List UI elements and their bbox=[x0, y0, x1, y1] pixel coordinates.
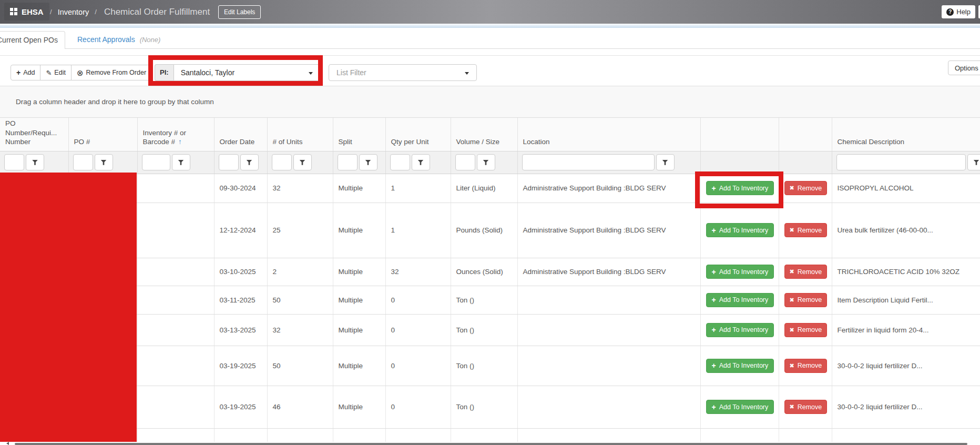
options-button[interactable]: Options bbox=[948, 60, 980, 75]
filter-menu-button[interactable] bbox=[359, 154, 377, 170]
plus-icon: + bbox=[712, 296, 716, 304]
cell-order-date: 03-19-2025 bbox=[214, 386, 267, 428]
add-to-inventory-button[interactable]: +Add To Inventory bbox=[706, 223, 774, 237]
list-filter-dropdown[interactable]: List Filter bbox=[329, 64, 477, 81]
filter-menu-button[interactable] bbox=[967, 154, 980, 170]
add-to-inventory-label: Add To Inventory bbox=[719, 403, 769, 411]
add-to-inventory-button[interactable]: +Add To Inventory bbox=[706, 293, 774, 307]
cell-split: Multiple bbox=[333, 286, 385, 314]
filter-cell bbox=[451, 151, 517, 174]
filter-cell bbox=[214, 151, 267, 174]
filter-icon bbox=[101, 160, 107, 165]
cell-qty-per-unit: 0 bbox=[385, 346, 451, 386]
col-header-po[interactable]: PO # bbox=[68, 118, 137, 151]
annotation-box-add-to-inventory bbox=[695, 171, 783, 208]
filter-input[interactable] bbox=[836, 154, 966, 170]
col-header-po-number[interactable]: PO Number/Requi... Number bbox=[0, 118, 68, 151]
remove-label: Remove bbox=[798, 268, 822, 276]
cell-units: 50 bbox=[267, 346, 333, 386]
add-to-inventory-button[interactable]: +Add To Inventory bbox=[706, 400, 774, 414]
filter-input[interactable] bbox=[272, 154, 292, 170]
col-header-split[interactable]: Split bbox=[333, 118, 385, 151]
filter-menu-button[interactable] bbox=[293, 154, 312, 170]
filter-cell bbox=[137, 151, 214, 174]
filter-menu-button[interactable] bbox=[95, 154, 113, 170]
col-header-location[interactable]: Location bbox=[517, 118, 700, 151]
chevron-down-icon bbox=[465, 72, 469, 75]
remove-from-order-button[interactable]: ⊗ Remove From Order bbox=[71, 65, 152, 80]
col-header-inventory-barcode[interactable]: Inventory # or Barcode #↑ bbox=[137, 118, 214, 151]
cell-units: 50 bbox=[267, 286, 333, 314]
tab-recent-approvals[interactable]: Recent Approvals (None) bbox=[77, 31, 160, 49]
cell-order-date: 03-11-2025 bbox=[214, 286, 267, 314]
filter-input[interactable] bbox=[142, 154, 170, 170]
table-row: 12-12-2024 25 Multiple 1 Pounds (Solid) … bbox=[0, 203, 980, 258]
remove-button[interactable]: ✖Remove bbox=[784, 223, 828, 237]
filter-input[interactable] bbox=[390, 154, 410, 170]
cell-qty-per-unit: 0 bbox=[385, 286, 451, 314]
table-row: 03-13-2025 32 Multiple 0 Ton () +Add To … bbox=[0, 314, 980, 346]
col-header-volume-size[interactable]: Volume / Size bbox=[451, 118, 517, 151]
cell-location: Administrative Support Building :BLDG SE… bbox=[517, 174, 700, 203]
group-by-bar[interactable]: Drag a column header and drop it here to… bbox=[0, 86, 980, 118]
app-logo[interactable]: EHSA bbox=[4, 3, 49, 21]
edit-button[interactable]: ✎ Edit bbox=[40, 65, 71, 80]
add-to-inventory-button[interactable]: +Add To Inventory bbox=[706, 359, 774, 373]
col-header-units[interactable]: # of Units bbox=[267, 118, 333, 151]
accent-strip bbox=[0, 24, 980, 28]
edit-label: Edit bbox=[54, 69, 66, 76]
remove-button[interactable]: ✖Remove bbox=[784, 181, 828, 195]
help-button[interactable]: ? Help bbox=[942, 5, 975, 18]
col-header-qty-per-unit[interactable]: Qty per Unit bbox=[385, 118, 451, 151]
breadcrumb-inventory[interactable]: Inventory bbox=[58, 8, 89, 16]
filter-menu-button[interactable] bbox=[656, 154, 675, 170]
cell-split: Multiple bbox=[333, 203, 385, 258]
remove-button[interactable]: ✖Remove bbox=[784, 400, 828, 414]
filter-input[interactable] bbox=[4, 154, 24, 170]
add-to-inventory-label: Add To Inventory bbox=[719, 268, 769, 276]
filter-input[interactable] bbox=[219, 154, 239, 170]
filter-icon bbox=[32, 160, 38, 165]
filter-cell-empty bbox=[700, 151, 779, 174]
filter-input[interactable] bbox=[73, 154, 93, 170]
remove-button[interactable]: ✖Remove bbox=[784, 293, 828, 307]
cell-location bbox=[517, 346, 700, 386]
cell-order-date: 03-10-2025 bbox=[214, 258, 267, 286]
cell-volume-size: Pounds (Solid) bbox=[451, 203, 517, 258]
cell-volume-size: Ton () bbox=[451, 286, 517, 314]
cell-location bbox=[517, 386, 700, 428]
col-header-order-date[interactable]: Order Date bbox=[214, 118, 267, 151]
filter-menu-button[interactable] bbox=[412, 154, 430, 170]
options-label: Options bbox=[955, 64, 978, 72]
filter-icon bbox=[365, 160, 371, 165]
filter-icon bbox=[662, 160, 668, 165]
filter-menu-button[interactable] bbox=[477, 154, 495, 170]
filter-input[interactable] bbox=[455, 154, 475, 170]
cell-units: 2 bbox=[267, 258, 333, 286]
tab-current-open-pos[interactable]: Current Open POs bbox=[0, 31, 65, 49]
remove-button[interactable]: ✖Remove bbox=[784, 265, 828, 279]
redaction-overlay bbox=[0, 173, 137, 442]
filter-menu-button[interactable] bbox=[26, 154, 44, 170]
horizontal-scrollbar[interactable] bbox=[0, 442, 980, 445]
remove-button[interactable]: ✖Remove bbox=[784, 323, 828, 337]
filter-menu-button[interactable] bbox=[172, 154, 190, 170]
cell-order-date: 09-30-2024 bbox=[214, 174, 267, 203]
remove-button[interactable]: ✖Remove bbox=[784, 359, 828, 373]
col-header-chemical-description[interactable]: Chemical Description bbox=[832, 118, 980, 151]
scrollbar-thumb[interactable] bbox=[15, 443, 967, 445]
add-to-inventory-button[interactable]: +Add To Inventory bbox=[706, 323, 774, 337]
filter-input[interactable] bbox=[522, 154, 655, 170]
cell-chemical-description: ISOPROPYL ALCOHOL bbox=[832, 174, 980, 203]
filter-input[interactable] bbox=[338, 154, 358, 170]
add-to-inventory-button[interactable]: +Add To Inventory bbox=[706, 265, 774, 279]
table-row: 03-19-2025 46 Multiple 0 Ton () +Add To … bbox=[0, 386, 980, 428]
plus-icon: + bbox=[712, 227, 716, 234]
remove-label: Remove bbox=[798, 185, 822, 192]
add-button[interactable]: + Add bbox=[11, 65, 40, 80]
filter-menu-button[interactable] bbox=[240, 154, 259, 170]
edit-labels-button[interactable]: Edit Labels bbox=[218, 5, 261, 19]
x-icon: ✖ bbox=[790, 404, 794, 410]
filter-cell bbox=[0, 151, 68, 174]
cell-volume-size: Ton () bbox=[451, 386, 517, 428]
